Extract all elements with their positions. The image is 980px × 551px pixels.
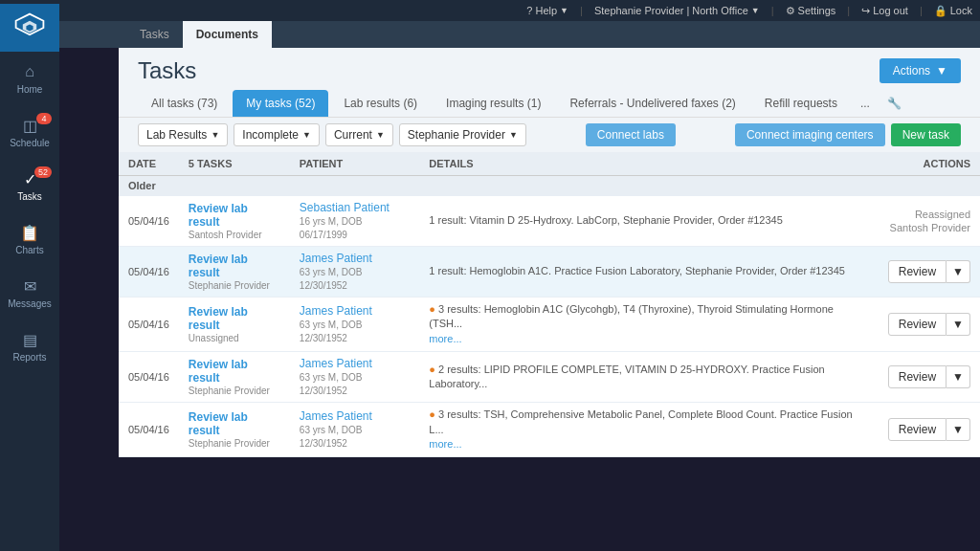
patient-cell: Sebastian Patient 16 yrs M, DOB 06/17/19… [290,196,419,247]
section-label: Older [119,176,980,196]
page-title: Tasks [138,57,196,84]
status-filter[interactable]: Incomplete ▼ [234,123,320,146]
logo [0,4,59,52]
task-type-link[interactable]: Review lab result [189,358,248,385]
details-cell: ●3 results: Hemoglobin A1C (Glycohgb), T… [419,298,878,352]
patient-link[interactable]: James Patient [300,252,372,265]
task-date: 05/04/16 [119,298,179,352]
page-header: Tasks Actions ▼ [119,48,980,90]
tab-lab-results[interactable]: Lab results (6) [330,90,431,117]
details-cell: ●3 results: TSH, Comprehensive Metabolic… [419,403,878,457]
sidebar: ⌂ Home ◫ Schedule 4 ✓ Tasks 52 📋 Charts … [0,0,59,551]
more-link[interactable]: more... [429,438,461,450]
review-button[interactable]: Review [888,418,947,441]
task-type-cell: Review lab result Santosh Provider [179,196,290,247]
reassigned-provider: Santosh Provider [890,222,970,233]
new-task-button[interactable]: New task [891,123,961,146]
sidebar-item-tasks[interactable]: ✓ Tasks 52 [0,159,59,212]
tasks-badge: 52 [34,166,52,178]
time-filter[interactable]: Current ▼ [325,123,393,146]
help-button[interactable]: ? Help ▼ [526,5,568,16]
tab-my-tasks[interactable]: My tasks (52) [233,90,328,117]
tasks-table: DATE 5 TASKS PATIENT DETAILS ACTIONS Old… [119,152,980,457]
tab-more-button[interactable]: ... [853,92,878,115]
main-content: Tasks Actions ▼ All tasks (73) My tasks … [119,48,980,457]
orange-dot-icon: ● [429,408,435,420]
task-provider: Unassigned [189,333,239,343]
reassigned-label: Reassigned [915,209,970,220]
review-dropdown-button[interactable]: ▼ [947,260,970,283]
task-type-link[interactable]: Review lab result [189,202,248,229]
tab-referrals[interactable]: Referrals - Undelivered faxes (2) [556,90,748,117]
task-type-link[interactable]: Review lab result [189,305,248,332]
sidebar-item-schedule[interactable]: ◫ Schedule 4 [0,105,59,159]
sidebar-item-home[interactable]: ⌂ Home [0,52,59,105]
logout-button[interactable]: ↪ Log out [861,5,908,17]
sidebar-item-messages-label: Messages [8,298,52,309]
patient-link[interactable]: James Patient [300,357,372,370]
provider-filter[interactable]: Stephanie Provider ▼ [399,123,526,146]
col-tasks: 5 TASKS [179,152,290,176]
task-type-link[interactable]: Review lab result [189,410,248,437]
review-button[interactable]: Review [888,365,947,388]
details-cell: ●2 results: LIPID PROFILE COMPLETE, VITA… [419,352,878,403]
tab-documents[interactable]: Documents [183,21,272,48]
schedule-badge: 4 [36,113,52,124]
actions-button[interactable]: Actions ▼ [880,58,961,83]
review-button[interactable]: Review [888,260,947,283]
patient-cell: James Patient 63 yrs M, DOB 12/30/1952 [290,352,419,403]
tasks-table-wrapper: DATE 5 TASKS PATIENT DETAILS ACTIONS Old… [119,152,980,457]
orange-dot-icon: ● [429,303,435,315]
reports-icon: ▤ [20,330,39,349]
tab-settings-button[interactable]: 🔧 [880,92,909,115]
review-button[interactable]: Review [888,313,947,336]
col-patient: PATIENT [290,152,419,176]
time-filter-chevron-icon: ▼ [376,130,385,140]
patient-details: 63 yrs M, DOB 12/30/1952 [300,372,363,396]
sidebar-item-reports-label: Reports [12,352,46,363]
col-date: DATE [119,152,179,176]
patient-link[interactable]: James Patient [300,409,372,423]
table-row: 05/04/16 Review lab result Stephanie Pro… [119,247,980,298]
connect-labs-button[interactable]: Connect labs [586,123,676,146]
type-filter[interactable]: Lab Results ▼ [138,123,228,146]
table-header-row: DATE 5 TASKS PATIENT DETAILS ACTIONS [119,152,980,176]
details-cell: 1 result: Vitamin D 25-Hydroxy. LabCorp,… [419,196,878,247]
user-location-button[interactable]: Stephanie Provider | North Office ▼ [594,5,760,16]
home-icon: ⌂ [20,62,39,81]
task-provider: Stephanie Provider [189,438,270,449]
task-date: 05/04/16 [119,247,179,298]
status-filter-chevron-icon: ▼ [302,130,311,140]
tab-refill-requests[interactable]: Refill requests [751,90,851,117]
tab-tasks[interactable]: Tasks [126,21,183,48]
office-location: North Office [692,5,748,16]
review-dropdown-button[interactable]: ▼ [947,418,970,441]
sidebar-item-messages[interactable]: ✉ Messages [0,266,59,320]
lock-button[interactable]: 🔒 Lock [934,5,972,17]
table-row: 05/04/16 Review lab result Unassigned Ja… [119,298,980,352]
patient-link[interactable]: Sebastian Patient [300,201,390,214]
task-type-link[interactable]: Review lab result [189,253,248,279]
review-dropdown-button[interactable]: ▼ [947,313,970,336]
user-chevron-icon: ▼ [751,6,760,15]
action-cell: Reassigned Santosh Provider [879,196,980,247]
table-row: 05/04/16 Review lab result Stephanie Pro… [119,352,980,403]
more-link[interactable]: more... [429,333,461,344]
top-nav: ? Help ▼ | Stephanie Provider | North Of… [59,0,980,21]
sidebar-item-charts[interactable]: 📋 Charts [0,212,59,266]
sidebar-item-reports[interactable]: ▤ Reports [0,320,59,373]
logout-icon: ↪ [861,5,870,17]
provider-filter-chevron-icon: ▼ [509,130,518,140]
task-type-cell: Review lab result Stephanie Provider [179,247,290,298]
messages-icon: ✉ [20,276,39,296]
task-type-cell: Review lab result Stephanie Provider [179,352,290,403]
review-dropdown-button[interactable]: ▼ [947,365,970,388]
patient-details: 16 yrs M, DOB 06/17/1999 [300,216,363,240]
patient-link[interactable]: James Patient [300,304,372,318]
connect-imaging-button[interactable]: Connect imaging centers [735,123,885,146]
col-details: DETAILS [419,152,878,176]
actions-chevron-icon: ▼ [936,64,947,77]
settings-button[interactable]: ⚙ Settings [786,5,836,17]
tab-imaging-results[interactable]: Imaging results (1) [433,90,554,117]
tab-all-tasks[interactable]: All tasks (73) [138,90,231,117]
